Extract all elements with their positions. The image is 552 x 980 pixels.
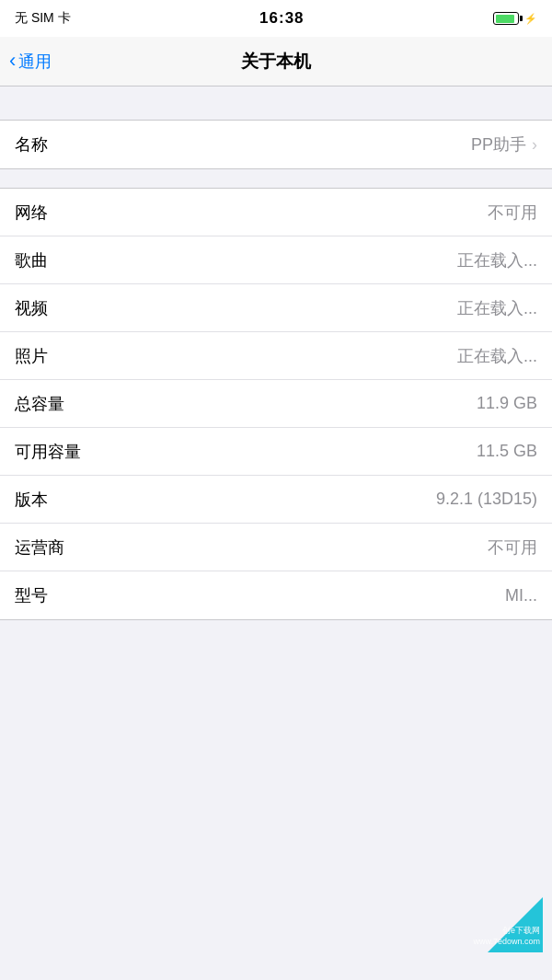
table-row: 视频 正在载入... (0, 284, 552, 332)
table-row: 运营商 不可用 (0, 524, 552, 571)
table-row: 照片 正在载入... (0, 332, 552, 380)
available-capacity-label: 可用容量 (15, 441, 81, 463)
nav-bar: ‹ 通用 关于本机 (0, 37, 552, 86)
version-label: 版本 (15, 489, 48, 511)
chevron-icon: › (532, 135, 537, 155)
total-capacity-value-container: 11.9 GB (477, 394, 537, 413)
status-icons: ⚡ (493, 12, 537, 25)
songs-value: 正在载入... (457, 249, 537, 271)
info-group: 网络 不可用 歌曲 正在载入... 视频 正在载入... 照片 正在载入... … (0, 188, 552, 620)
songs-label: 歌曲 (15, 249, 48, 271)
total-capacity-value: 11.9 GB (477, 394, 537, 413)
carrier-row-value-container: 不可用 (488, 536, 537, 559)
songs-value-container: 正在载入... (457, 249, 537, 271)
table-row: 可用容量 11.5 GB (0, 428, 552, 476)
charging-icon: ⚡ (524, 13, 537, 25)
top-spacer (0, 86, 552, 120)
page-title: 关于本机 (241, 50, 311, 74)
photos-value: 正在载入... (457, 345, 537, 367)
back-chevron-icon: ‹ (9, 51, 16, 71)
name-value-container: PP助手 › (471, 133, 537, 156)
network-value-container: 不可用 (488, 202, 537, 224)
watermark-line2: www.7edown.com (473, 937, 540, 946)
table-row: 版本 9.2.1 (13D15) (0, 476, 552, 524)
videos-value-container: 正在载入... (457, 297, 537, 319)
status-bar: 无 SIM 卡 16:38 ⚡ (0, 0, 552, 37)
version-value: 9.2.1 (13D15) (436, 490, 537, 509)
carrier-label: 无 SIM 卡 (15, 10, 71, 27)
watermark-line1: 创e下载网 (502, 926, 540, 935)
mid-spacer-1 (0, 169, 552, 188)
table-row: 歌曲 正在载入... (0, 236, 552, 284)
battery-body (493, 12, 519, 25)
network-label: 网络 (15, 202, 48, 224)
back-label: 通用 (18, 51, 52, 73)
table-row: 网络 不可用 (0, 189, 552, 236)
videos-value: 正在载入... (457, 297, 537, 319)
available-capacity-value: 11.5 GB (477, 442, 537, 461)
model-value: MI... (505, 586, 537, 605)
table-row: 型号 MI... (0, 571, 552, 619)
available-capacity-value-container: 11.5 GB (477, 442, 537, 461)
back-button[interactable]: ‹ 通用 (9, 51, 52, 73)
total-capacity-label: 总容量 (15, 393, 64, 415)
model-label: 型号 (15, 584, 48, 606)
photos-label: 照片 (15, 345, 48, 367)
photos-value-container: 正在载入... (457, 345, 537, 367)
content-area: 名称 PP助手 › 网络 不可用 歌曲 正在载入... 视频 正在载入... (0, 86, 552, 620)
version-value-container: 9.2.1 (13D15) (436, 490, 537, 509)
network-value: 不可用 (488, 202, 537, 224)
name-group: 名称 PP助手 › (0, 120, 552, 169)
name-value: PP助手 (471, 133, 526, 156)
carrier-row-value: 不可用 (488, 536, 537, 559)
table-row[interactable]: 名称 PP助手 › (0, 121, 552, 168)
watermark-text: 创e下载网 www.7edown.com (473, 925, 540, 948)
model-value-container: MI... (505, 586, 537, 605)
videos-label: 视频 (15, 297, 48, 319)
battery-icon (493, 12, 519, 25)
table-row: 总容量 11.9 GB (0, 380, 552, 428)
name-label: 名称 (15, 133, 48, 156)
clock: 16:38 (259, 9, 304, 28)
battery-fill (496, 15, 515, 23)
carrier-row-label: 运营商 (15, 536, 64, 559)
